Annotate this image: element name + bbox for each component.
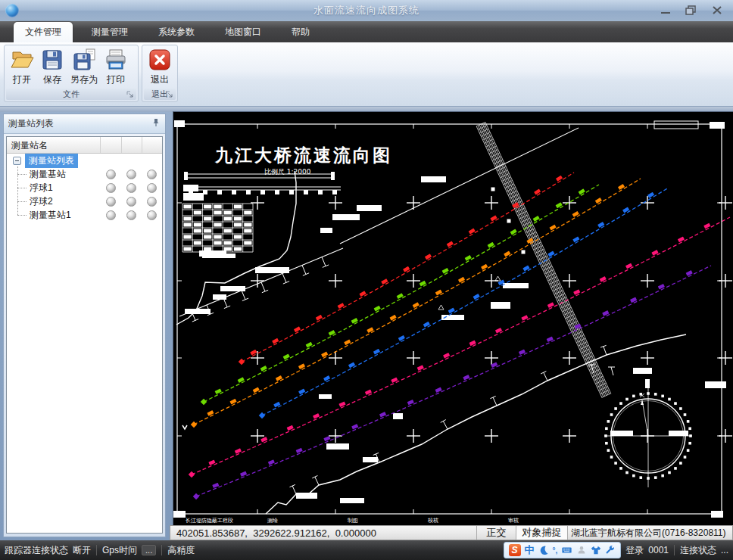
svg-text:制图: 制图: [347, 518, 358, 524]
ime-toolbar: S 中 °,: [504, 542, 622, 558]
tree-item-base-station-1[interactable]: 测量基站1: [7, 208, 162, 222]
ribbon: 打开 保存: [0, 42, 733, 106]
open-button[interactable]: 打开: [7, 47, 37, 87]
ime-user-icon[interactable]: [576, 545, 587, 555]
ime-punctuation-icon[interactable]: °,: [553, 546, 558, 555]
separator: [96, 545, 97, 555]
tree-root-row[interactable]: 测量站列表: [7, 154, 162, 167]
ribbon-group-file-footer: 文件: [6, 89, 136, 100]
tab-map-window[interactable]: 地图窗口: [214, 22, 273, 42]
save-as-button[interactable]: 另存为: [67, 47, 101, 87]
application-window: 水面流速流向成图系统 文件管理 测量管理 系统参数 地图窗口 帮助: [0, 0, 733, 560]
drawing-title: 九江大桥流速流向图: [214, 145, 392, 165]
login-id: 0001: [648, 545, 669, 555]
task-bar: 跟踪器连接状态 断开 Gps时间 ... 高精度 S 中 °,: [0, 540, 733, 560]
status-led: [106, 183, 116, 193]
minimize-button[interactable]: [656, 5, 675, 16]
save-button[interactable]: 保存: [37, 47, 67, 87]
ime-skin-icon[interactable]: [591, 545, 601, 555]
status-led: [106, 170, 116, 179]
tracker-status-label: 跟踪器连接状态: [5, 544, 68, 557]
flow-line-2: [191, 179, 641, 428]
flow-line-5: [193, 266, 711, 499]
ime-settings-wrench-icon[interactable]: [605, 545, 616, 555]
tree-header-name: 测量站名: [7, 137, 100, 153]
collapse-icon[interactable]: [13, 157, 21, 165]
company-info: 湖北蓝宇航标有限公司(0716-8320811): [567, 526, 732, 540]
dialog-launcher-icon[interactable]: [165, 90, 173, 98]
tree-header-col: [121, 137, 142, 153]
separator: [161, 545, 162, 555]
ime-fullmoon-icon[interactable]: [538, 545, 549, 555]
tab-measure-management[interactable]: 测量管理: [80, 22, 139, 42]
status-led: [126, 170, 136, 179]
ribbon-group-exit: 退出 退出: [142, 45, 178, 102]
station-list-panel: 测量站列表 测量站名 测量站列表 测量基站 浮球1: [3, 114, 166, 537]
status-led: [126, 183, 136, 193]
restore-button[interactable]: [682, 5, 701, 16]
ribbon-group-exit-footer: 退出: [144, 89, 176, 100]
station-tree: 测量站名 测量站列表 测量基站 浮球1 浮球2: [6, 136, 163, 534]
exit-button[interactable]: 退出: [145, 47, 175, 87]
status-led: [106, 197, 116, 207]
print-button[interactable]: 打印: [101, 47, 131, 87]
pin-icon[interactable]: [151, 118, 161, 129]
flow-line-3: [259, 188, 669, 418]
tab-system-parameters[interactable]: 系统参数: [147, 22, 206, 42]
ribbon-group-file: 打开 保存: [4, 45, 139, 102]
dialog-launcher-icon[interactable]: [126, 90, 134, 98]
connection-status[interactable]: 连接状态: [680, 544, 716, 557]
svg-text:审核: 审核: [508, 518, 519, 524]
tree-header-col: [142, 137, 162, 153]
status-led: [106, 210, 116, 220]
folder-open-icon: [10, 48, 34, 72]
gps-time-value[interactable]: ...: [142, 545, 156, 555]
status-led: [147, 210, 157, 220]
save-icon: [40, 48, 64, 72]
window-title: 水面流速流向成图系统: [0, 4, 733, 17]
status-led: [147, 197, 157, 207]
tree-header-col: [100, 137, 120, 153]
status-bar: 402051.853687, 3292622.912162, 0.000000 …: [170, 525, 733, 540]
tree-root-label: 测量站列表: [25, 154, 78, 168]
save-as-icon: [72, 48, 96, 72]
tab-file-management[interactable]: 文件管理: [14, 22, 73, 42]
flow-line-1: [201, 185, 599, 405]
panel-title-bar: 测量站列表: [4, 114, 165, 134]
status-led: [126, 210, 136, 220]
close-button[interactable]: [707, 5, 727, 16]
status-led: [147, 183, 157, 193]
status-led: [126, 197, 136, 207]
exit-icon: [148, 48, 172, 72]
status-led: [147, 170, 157, 179]
ortho-toggle[interactable]: 正交: [476, 526, 516, 540]
printer-icon: [104, 48, 128, 72]
tree-header: 测量站名: [7, 137, 162, 154]
connection-dots: ...: [721, 545, 728, 555]
tree-item-float-1[interactable]: 浮球1: [7, 181, 162, 194]
sogou-logo-icon[interactable]: S: [509, 544, 521, 556]
precision-mode: 高精度: [167, 544, 195, 557]
separator: [674, 545, 675, 555]
gps-time-label: Gps时间: [102, 544, 137, 557]
ime-keyboard-icon[interactable]: [561, 545, 572, 555]
svg-text:测绘: 测绘: [267, 518, 278, 524]
title-bar: 水面流速流向成图系统: [0, 0, 733, 22]
panel-title: 测量站列表: [8, 117, 151, 130]
drawing-scale: 比例尺 1:2000: [264, 168, 311, 176]
cursor-coordinates: 402051.853687, 3292622.912162, 0.000000: [170, 527, 476, 539]
tree-item-base-station[interactable]: 测量基站: [7, 167, 162, 181]
svg-text:校核: 校核: [427, 518, 438, 524]
login-label[interactable]: 登录: [625, 544, 644, 557]
object-snap-toggle[interactable]: 对象捕捉: [516, 526, 567, 540]
ribbon-tab-strip: 文件管理 测量管理 系统参数 地图窗口 帮助: [0, 21, 733, 42]
tab-help[interactable]: 帮助: [280, 22, 321, 42]
tree-item-float-2[interactable]: 浮球2: [7, 194, 162, 208]
ime-language-icon[interactable]: 中: [525, 543, 535, 557]
tracker-status-value: 断开: [73, 544, 91, 557]
cad-canvas[interactable]: 九江大桥流速流向图比例尺 1:2000长江堤防隐蔽工程段测绘制图校核审核: [173, 111, 733, 526]
svg-text:长江堤防隐蔽工程段: 长江堤防隐蔽工程段: [186, 518, 233, 524]
